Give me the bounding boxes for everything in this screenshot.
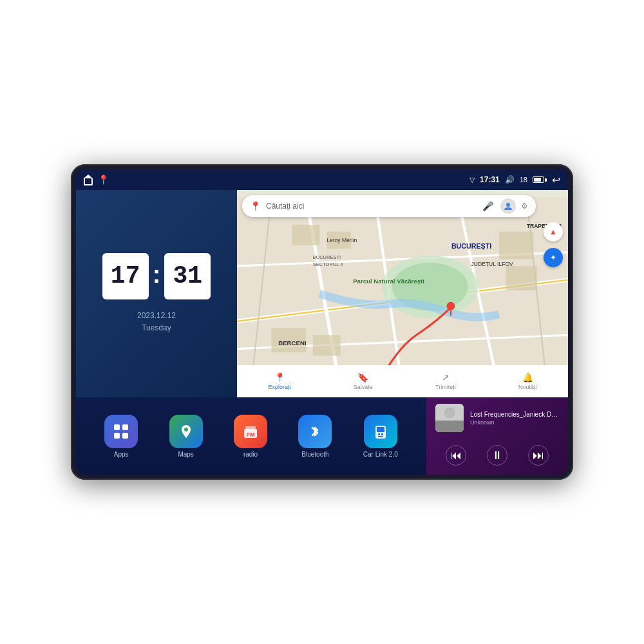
carlink-icon-wrapper bbox=[364, 415, 397, 448]
svg-point-26 bbox=[447, 302, 455, 310]
media-info-area: Lost Frequencies_Janieck Devy-... Unknow… bbox=[435, 404, 559, 432]
google-maps-pin-icon: 📍 bbox=[250, 201, 261, 211]
app-icon-apps[interactable]: Apps bbox=[104, 415, 138, 458]
clock-panel: 17 : 31 2023.12.12 Tuesday bbox=[76, 190, 237, 397]
svg-rect-12 bbox=[292, 225, 320, 245]
svg-rect-17 bbox=[506, 266, 537, 290]
clock-colon: : bbox=[153, 261, 161, 289]
svg-point-45 bbox=[444, 408, 455, 418]
map-settings-icon[interactable]: ⚙ bbox=[521, 202, 528, 211]
map-panel[interactable]: Parcul Natural Văcărești BUCUREȘTI JUDEȚ… bbox=[237, 190, 568, 397]
svg-text:FM: FM bbox=[247, 431, 255, 438]
map-nav-explore[interactable]: 📍 Explorați bbox=[269, 372, 291, 390]
map-bottom-bar: 📍 Explorați 🔖 Salvate ↗ Trimiteți 🔔 bbox=[237, 365, 568, 397]
volume-icon: 🔊 bbox=[505, 175, 515, 184]
map-compass-button[interactable]: ▲ bbox=[544, 222, 563, 242]
svg-point-33 bbox=[184, 428, 188, 431]
map-location-button[interactable]: ✦ bbox=[544, 248, 563, 267]
media-controls: ⏮ ⏸ ⏭ bbox=[435, 442, 559, 468]
svg-rect-46 bbox=[435, 421, 464, 432]
media-next-button[interactable]: ⏭ bbox=[528, 445, 549, 466]
map-avatar[interactable] bbox=[500, 198, 516, 214]
apps-area: Apps Maps bbox=[76, 397, 426, 475]
battery-icon bbox=[533, 176, 547, 183]
svg-rect-32 bbox=[122, 433, 128, 439]
carlink-label: Car Link 2.0 bbox=[363, 451, 398, 458]
svg-rect-40 bbox=[381, 433, 383, 435]
media-thumbnail bbox=[435, 404, 464, 432]
apps-label: Apps bbox=[114, 451, 129, 458]
status-bar: 📍 ▽ 17:31 🔊 18 ↩ bbox=[76, 169, 568, 190]
radio-icon-wrapper: FM bbox=[234, 415, 267, 448]
apps-icon-wrapper bbox=[104, 415, 138, 448]
svg-rect-38 bbox=[377, 427, 384, 432]
clock-date-value: 2023.12.12 bbox=[137, 310, 176, 322]
top-section: 17 : 31 2023.12.12 Tuesday bbox=[76, 190, 568, 397]
radio-label: radio bbox=[243, 451, 258, 458]
map-mic-button[interactable]: 🎤 bbox=[480, 198, 495, 214]
svg-rect-39 bbox=[378, 433, 380, 435]
device-frame: 📍 ▽ 17:31 🔊 18 ↩ bbox=[71, 164, 573, 480]
home-button[interactable] bbox=[84, 175, 93, 185]
signal-icon: ▽ bbox=[469, 176, 475, 184]
svg-text:SECTORUL 4: SECTORUL 4 bbox=[313, 261, 343, 267]
bottom-section: Apps Maps bbox=[76, 397, 568, 475]
bluetooth-icon-wrapper bbox=[298, 415, 332, 448]
media-play-pause-button[interactable]: ⏸ bbox=[487, 445, 507, 466]
media-title: Lost Frequencies_Janieck Devy-... bbox=[470, 411, 559, 418]
media-panel: Lost Frequencies_Janieck Devy-... Unknow… bbox=[426, 397, 568, 475]
main-content: 17 : 31 2023.12.12 Tuesday bbox=[76, 190, 568, 475]
svg-point-28 bbox=[506, 203, 510, 207]
maps-icon-wrapper bbox=[169, 415, 203, 448]
svg-rect-36 bbox=[245, 426, 256, 429]
bluetooth-label: Bluetooth bbox=[301, 451, 328, 458]
map-nav-send[interactable]: ↗ Trimiteți bbox=[435, 372, 456, 390]
svg-text:Parcul Natural Văcărești: Parcul Natural Văcărești bbox=[353, 278, 424, 285]
clock-hours: 17 bbox=[102, 253, 149, 299]
clock-date: 2023.12.12 Tuesday bbox=[137, 310, 176, 334]
svg-text:BERCENI: BERCENI bbox=[278, 339, 307, 346]
app-icon-radio[interactable]: FM radio bbox=[234, 415, 267, 458]
map-search-text[interactable]: Căutați aici bbox=[266, 202, 475, 211]
maps-label: Maps bbox=[178, 451, 193, 458]
app-icon-carlink[interactable]: Car Link 2.0 bbox=[363, 415, 398, 458]
media-artist: Unknown bbox=[470, 419, 559, 426]
back-button[interactable]: ↩ bbox=[552, 174, 560, 186]
status-right: ▽ 17:31 🔊 18 ↩ bbox=[469, 174, 560, 186]
media-info-text: Lost Frequencies_Janieck Devy-... Unknow… bbox=[470, 411, 559, 426]
svg-text:BUCUREȘTI: BUCUREȘTI bbox=[313, 254, 341, 260]
svg-text:Leroy Merlin: Leroy Merlin bbox=[327, 237, 357, 243]
svg-rect-30 bbox=[122, 424, 128, 430]
svg-rect-16 bbox=[499, 232, 534, 260]
clock-display: 17 : 31 bbox=[102, 253, 211, 299]
media-prev-button[interactable]: ⏮ bbox=[446, 445, 466, 466]
svg-rect-29 bbox=[114, 424, 120, 430]
status-left: 📍 bbox=[84, 175, 109, 185]
svg-text:BUCUREȘTI: BUCUREȘTI bbox=[451, 242, 491, 250]
map-nav-updates[interactable]: 🔔 Noutăți bbox=[518, 372, 537, 390]
screen: 📍 ▽ 17:31 🔊 18 ↩ bbox=[76, 169, 568, 475]
svg-rect-31 bbox=[114, 433, 120, 439]
svg-rect-41 bbox=[378, 436, 383, 437]
app-icon-bluetooth[interactable]: Bluetooth bbox=[298, 415, 332, 458]
app-icon-maps[interactable]: Maps bbox=[169, 415, 203, 458]
svg-text:JUDEȚUL ILFOV: JUDEȚUL ILFOV bbox=[471, 261, 514, 267]
maps-shortcut-icon[interactable]: 📍 bbox=[98, 175, 109, 185]
svg-rect-15 bbox=[313, 335, 341, 355]
map-nav-saved[interactable]: 🔖 Salvate bbox=[354, 372, 373, 390]
time-display: 17:31 bbox=[480, 175, 500, 184]
map-search-bar[interactable]: 📍 Căutați aici 🎤 ⚙ bbox=[242, 195, 536, 217]
clock-minutes: 31 bbox=[164, 253, 211, 299]
clock-day-value: Tuesday bbox=[137, 322, 176, 334]
volume-level: 18 bbox=[520, 176, 527, 184]
